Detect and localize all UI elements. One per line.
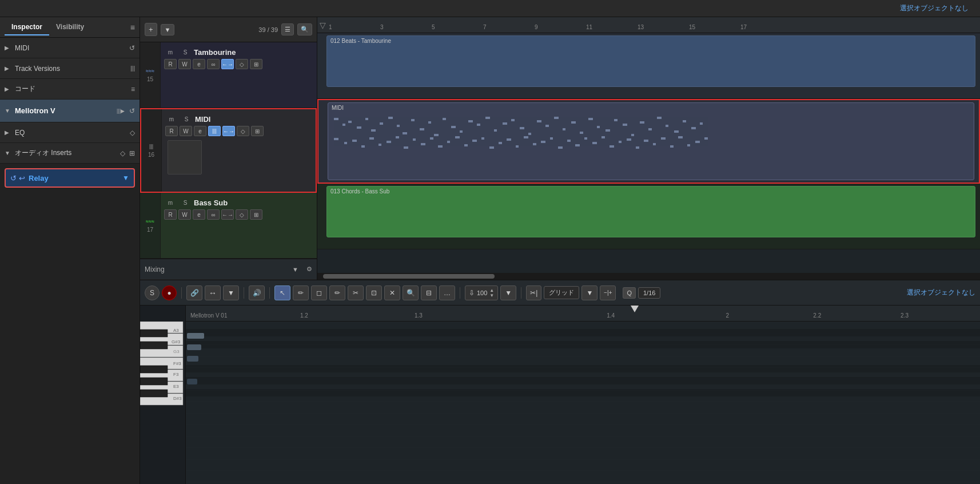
bass-e-btn[interactable]: e (193, 209, 205, 220)
svg-rect-48 (361, 145, 365, 148)
svg-rect-17 (468, 120, 473, 122)
add-track-button[interactable]: + (145, 23, 157, 36)
bass-s-btn[interactable]: S (179, 197, 192, 208)
scissors-tool-button[interactable]: ✂ (348, 285, 364, 300)
more-tool-button[interactable]: … (439, 285, 455, 300)
svg-rect-60 (464, 144, 468, 146)
bass-inf-btn[interactable]: ∞ (207, 209, 220, 220)
pr-mark-label: Mellotron V 01 (190, 312, 227, 319)
tab-inspector[interactable]: Inspector (5, 19, 49, 35)
inspector-item-mellotron[interactable]: ▼ Mellotron V |||▶ ↺ (0, 100, 140, 122)
track-versions-icon: ||| (130, 65, 135, 72)
grid-dropdown-button[interactable]: ▼ (581, 285, 597, 300)
svg-rect-41 (674, 130, 679, 133)
midi-bypass-icon: ↺ (129, 44, 135, 52)
nudge-button[interactable]: ↔ (205, 285, 221, 300)
track-type-dropdown[interactable]: ▼ (161, 24, 175, 35)
scissors2-button[interactable]: ✂| (526, 285, 541, 300)
brush-tool-button[interactable]: ✏ (329, 285, 345, 300)
midi-diamond-btn[interactable]: ◇ (237, 126, 249, 136)
record-button[interactable]: ● (162, 285, 177, 300)
tambourine-link-btn[interactable]: ←→ (221, 59, 234, 69)
track-count: 39 / 39 (258, 26, 278, 33)
tambourine-clip[interactable]: 012 Beats - Tambourine (326, 35, 975, 87)
inspector-menu-button[interactable]: ≡ (130, 23, 135, 32)
track-search-button[interactable]: 🔍 (297, 23, 312, 35)
cross-tool-button[interactable]: ✕ (384, 285, 400, 300)
svg-rect-33 (605, 129, 610, 132)
bass-w-btn[interactable]: W (178, 209, 191, 220)
pointer-tool-button[interactable]: ↖ (274, 285, 290, 300)
tool-dropdown-button[interactable]: ▼ (223, 285, 239, 300)
svg-rect-46 (344, 142, 347, 144)
link-button[interactable]: 🔗 (186, 285, 202, 300)
svg-rect-77 (609, 145, 614, 148)
svg-rect-75 (592, 142, 597, 144)
svg-rect-63 (489, 146, 494, 149)
bass-link-btn[interactable]: ←→ (221, 209, 234, 220)
relay-box[interactable]: ↺ ↩ Relay ▼ (5, 168, 135, 188)
arrangement-scrollbar-thumb[interactable] (323, 274, 495, 279)
inspector-item-code[interactable]: ▶ コード ≡ (0, 79, 140, 100)
eq-arrow-icon: ▶ (5, 129, 11, 136)
velocity-arrows[interactable]: ▲ ▼ (489, 288, 494, 298)
inspector-item-track-versions[interactable]: ▶ Track Versions ||| (0, 58, 140, 79)
tambourine-e-btn[interactable]: e (193, 59, 205, 69)
speaker-button[interactable]: 🔊 (249, 285, 265, 300)
line-tool-button[interactable]: ⊟ (421, 285, 437, 300)
eraser-tool-button[interactable]: ◻ (311, 285, 327, 300)
midi-grid-btn[interactable]: ⊞ (251, 126, 264, 136)
bass-sub-clip-label: 013 Chords - Bass Sub (327, 187, 975, 196)
velocity-value: 100 (477, 289, 487, 296)
grid-label: グリッド (544, 286, 579, 299)
svg-rect-66 (516, 145, 519, 148)
svg-text:G#3: G#3 (172, 339, 181, 344)
svg-rect-79 (627, 138, 631, 141)
inspector-item-audio-inserts[interactable]: ▼ オーディオ Inserts ◇ ⊞ (0, 143, 140, 164)
velocity-control[interactable]: ⇩ 100 ▲ ▼ (465, 285, 498, 300)
tambourine-m-btn[interactable]: m (164, 47, 177, 57)
bass-m-btn[interactable]: m (164, 197, 177, 208)
midi-track-name: MIDI (195, 115, 210, 124)
tambourine-inf-btn[interactable]: ∞ (207, 59, 220, 69)
bass-grid-btn[interactable]: ⊞ (250, 209, 262, 220)
zoom-tool-button[interactable]: 🔍 (403, 285, 419, 300)
mixing-gear-icon[interactable]: ⚙ (306, 265, 312, 273)
plus-minus-button[interactable]: −|+ (600, 285, 616, 300)
piano-roll-grid[interactable]: Mellotron V 01 1.2 1.3 1.4 2 2.2 2.3 (186, 306, 980, 484)
inspector-item-midi[interactable]: ▶ MIDI ↺ (0, 38, 140, 58)
arrangement-scrollbar[interactable] (317, 273, 980, 280)
midi-r-btn[interactable]: R (165, 126, 178, 136)
midi-link-btn[interactable]: ←→ (222, 126, 235, 136)
midi-bars-btn[interactable]: ||| (208, 126, 221, 136)
tambourine-w-btn[interactable]: W (178, 59, 191, 69)
mellotron-pattern-icon: |||▶ (117, 108, 125, 114)
select-tool-button[interactable]: ⊡ (366, 285, 382, 300)
ruler-mark-11: 11 (586, 24, 592, 30)
tambourine-s-btn[interactable]: S (179, 47, 192, 57)
inspector-item-eq[interactable]: ▶ EQ ◇ (0, 122, 140, 143)
tambourine-grid-btn[interactable]: ⊞ (250, 59, 262, 69)
tambourine-clip-label: 012 Beats - Tambourine (330, 38, 391, 44)
svg-rect-68 (533, 143, 536, 145)
tambourine-diamond-btn[interactable]: ◇ (236, 59, 248, 69)
tambourine-r-btn[interactable]: R (164, 59, 177, 69)
bass-r-btn[interactable]: R (164, 209, 177, 220)
tambourine-timeline-row: 012 Beats - Tambourine (317, 33, 980, 99)
svg-rect-74 (584, 137, 587, 140)
svg-rect-20 (494, 129, 497, 132)
bass-diamond-btn[interactable]: ◇ (236, 209, 248, 220)
midi-w-btn[interactable]: W (180, 126, 192, 136)
midi-m-btn[interactable]: m (165, 114, 178, 124)
separator-4 (460, 287, 460, 299)
midi-track-number: ||| 16 (141, 109, 162, 192)
track-list-view-button[interactable]: ☰ (281, 23, 294, 35)
svg-rect-87 (695, 141, 700, 143)
svg-rect-27 (554, 117, 559, 119)
midi-s-btn[interactable]: S (180, 114, 193, 124)
tab-visibility[interactable]: Visibility (49, 19, 91, 35)
midi-e-btn[interactable]: e (194, 126, 206, 136)
velocity-dropdown-button[interactable]: ▼ (500, 285, 516, 300)
sync-button[interactable]: S (145, 285, 160, 300)
pencil-tool-button[interactable]: ✏ (293, 285, 309, 300)
